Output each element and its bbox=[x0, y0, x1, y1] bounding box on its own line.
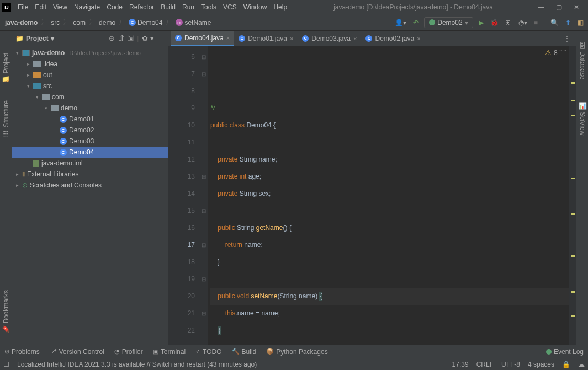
close-button[interactable]: ✕ bbox=[571, 2, 581, 12]
menu-run[interactable]: Run bbox=[179, 2, 198, 13]
menu-window[interactable]: Window bbox=[240, 2, 271, 13]
tab-demo03-java[interactable]: CDemo03.java× bbox=[298, 31, 361, 46]
tool-structure[interactable]: ☷Structure bbox=[2, 100, 10, 137]
code-line-16[interactable] bbox=[210, 271, 569, 288]
code-line-6[interactable]: */ bbox=[210, 100, 569, 117]
status-message[interactable]: Localized IntelliJ IDEA 2021.3.3 is avai… bbox=[17, 361, 257, 368]
tab-demo04-java[interactable]: CDemo04.java× bbox=[171, 31, 234, 46]
code-line-20[interactable] bbox=[210, 339, 569, 345]
code-line-8[interactable] bbox=[210, 134, 569, 151]
profile-button[interactable]: ◔▾ bbox=[517, 18, 528, 28]
hide-icon[interactable]: — bbox=[157, 34, 165, 42]
bc-project[interactable]: java-demo bbox=[3, 18, 39, 28]
close-icon[interactable]: × bbox=[290, 35, 293, 42]
tool-todo[interactable]: ✓ TODO bbox=[195, 348, 221, 356]
tree-file-demo04[interactable]: CDemo04 bbox=[12, 147, 168, 158]
tree-ext-lib[interactable]: ▸⫴External Libraries bbox=[12, 169, 168, 180]
tool-build[interactable]: 🔨 Build bbox=[232, 348, 257, 356]
bc-class[interactable]: CDemo04 bbox=[127, 18, 164, 28]
run-button[interactable]: ▶ bbox=[478, 18, 485, 28]
tab-demo02-java[interactable]: CDemo02.java× bbox=[361, 31, 425, 46]
close-icon[interactable]: × bbox=[353, 35, 357, 42]
coverage-button[interactable]: ⛨ bbox=[504, 18, 513, 28]
tree-src[interactable]: ▾src bbox=[12, 81, 168, 92]
debug-button[interactable]: 🐞 bbox=[489, 18, 500, 28]
tree-iml[interactable]: java-demo.iml bbox=[12, 158, 168, 169]
run-config-select[interactable]: Demo02▾ bbox=[424, 17, 473, 28]
code-line-13[interactable]: public String getName() { bbox=[210, 219, 569, 237]
tree-idea[interactable]: ▸.idea bbox=[12, 58, 168, 69]
maximize-button[interactable]: ▢ bbox=[554, 2, 564, 12]
menu-build[interactable]: Build bbox=[157, 2, 179, 13]
inspection-badge[interactable]: ⚠8 ˆ ˅ bbox=[545, 49, 567, 57]
status-lock-icon[interactable]: 🔒 bbox=[562, 361, 570, 368]
status-time[interactable]: 17:39 bbox=[452, 361, 469, 368]
tab-demo01-java[interactable]: CDemo01.java× bbox=[234, 31, 298, 46]
menu-vcs[interactable]: VCS bbox=[220, 2, 240, 13]
menu-help[interactable]: Help bbox=[270, 2, 290, 13]
tree-scratches[interactable]: ▸⊙Scratches and Consoles bbox=[12, 180, 168, 191]
code-line-14[interactable]: return name; bbox=[210, 237, 569, 254]
search-icon[interactable]: 🔍 bbox=[549, 18, 560, 28]
minimize-button[interactable]: — bbox=[536, 2, 546, 12]
select-opened-icon[interactable]: ⊕ bbox=[109, 34, 115, 42]
code-content[interactable]: */public class Demo04 { private String n… bbox=[208, 46, 569, 345]
tree-file-demo01[interactable]: CDemo01 bbox=[12, 114, 168, 125]
menu-edit[interactable]: Edit bbox=[31, 2, 50, 13]
menu-tools[interactable]: Tools bbox=[198, 2, 220, 13]
code-line-18[interactable]: this.name = name; bbox=[210, 305, 569, 322]
tree-out[interactable]: ▸out bbox=[12, 69, 168, 81]
tree-demo[interactable]: ▾demo bbox=[12, 103, 168, 114]
menu-view[interactable]: View bbox=[50, 2, 71, 13]
back-arrow-icon[interactable]: ↶ bbox=[412, 18, 420, 28]
bc-demo[interactable]: demo bbox=[97, 18, 117, 28]
tool-problems[interactable]: ⊘ Problems bbox=[4, 348, 40, 356]
tool-sciview[interactable]: 📊SciView bbox=[579, 101, 586, 135]
event-log[interactable]: Event Log bbox=[546, 348, 584, 356]
menu-code[interactable]: Code bbox=[103, 2, 126, 13]
tool-terminal[interactable]: ▣ Terminal bbox=[153, 348, 186, 356]
tree-com[interactable]: ▾com bbox=[12, 92, 168, 103]
bc-src[interactable]: src bbox=[49, 18, 61, 28]
editor-body[interactable]: ⚠8 ˆ ˅ 67891011121314151617181920212223 … bbox=[168, 46, 576, 345]
code-line-7[interactable]: public class Demo04 { bbox=[210, 117, 569, 134]
ide-features-icon[interactable]: ◧ bbox=[576, 18, 585, 28]
tree-file-demo03[interactable]: CDemo03 bbox=[12, 136, 168, 147]
tree-root[interactable]: ▾java-demoD:\IdeaProjects\java-demo bbox=[12, 47, 168, 58]
menu-navigate[interactable]: Navigate bbox=[71, 2, 103, 13]
status-toggle-icon[interactable]: ☐ bbox=[3, 361, 9, 368]
status-cloud-icon[interactable]: ☁ bbox=[578, 361, 585, 368]
tool-profiler[interactable]: ◔ Profiler bbox=[114, 348, 143, 356]
expand-all-icon[interactable]: ⇵ bbox=[118, 34, 124, 42]
tool-vcs[interactable]: ⎇ Version Control bbox=[50, 348, 104, 356]
code-line-19[interactable]: } bbox=[210, 322, 569, 339]
add-user-icon[interactable]: 👤▾ bbox=[394, 18, 407, 28]
tool-python[interactable]: 📦 Python Packages bbox=[266, 348, 327, 356]
stop-button[interactable]: ■ bbox=[533, 18, 539, 28]
code-line-15[interactable]: } bbox=[210, 254, 569, 271]
code-line-11[interactable]: private String sex; bbox=[210, 185, 569, 202]
settings-icon[interactable]: ✿ ▾ bbox=[142, 34, 154, 42]
status-indent[interactable]: 4 spaces bbox=[528, 361, 554, 368]
collapse-all-icon[interactable]: ⇲ bbox=[128, 34, 134, 42]
tree-file-demo02[interactable]: CDemo02 bbox=[12, 125, 168, 136]
close-icon[interactable]: × bbox=[417, 35, 420, 42]
code-line-17[interactable]: public void setName(String name) { bbox=[210, 288, 569, 305]
code-line-10[interactable]: private int age; bbox=[210, 168, 569, 185]
tool-bookmarks[interactable]: 🔖Bookmarks bbox=[2, 290, 10, 334]
menu-refactor[interactable]: Refactor bbox=[126, 2, 157, 13]
bc-method[interactable]: msetName bbox=[174, 18, 213, 28]
tool-database[interactable]: 🗄Database bbox=[579, 42, 586, 79]
update-icon[interactable]: ⬆ bbox=[564, 18, 572, 28]
error-stripe[interactable] bbox=[569, 46, 576, 345]
status-encoding[interactable]: UTF-8 bbox=[501, 361, 520, 368]
project-panel-title[interactable]: 📁 Project ▾ bbox=[15, 35, 105, 42]
tabs-more-icon[interactable]: ⋮ bbox=[560, 35, 574, 42]
code-line-9[interactable]: private String name; bbox=[210, 151, 569, 168]
fold-gutter[interactable]: ⊟⊟⊟⊟⊟⊟⊟ bbox=[199, 46, 208, 345]
menu-file[interactable]: File bbox=[14, 2, 31, 13]
close-icon[interactable]: × bbox=[226, 35, 230, 41]
bc-com[interactable]: com bbox=[71, 18, 87, 28]
tool-project[interactable]: 📁Project bbox=[2, 53, 10, 84]
status-eol[interactable]: CRLF bbox=[476, 361, 494, 368]
